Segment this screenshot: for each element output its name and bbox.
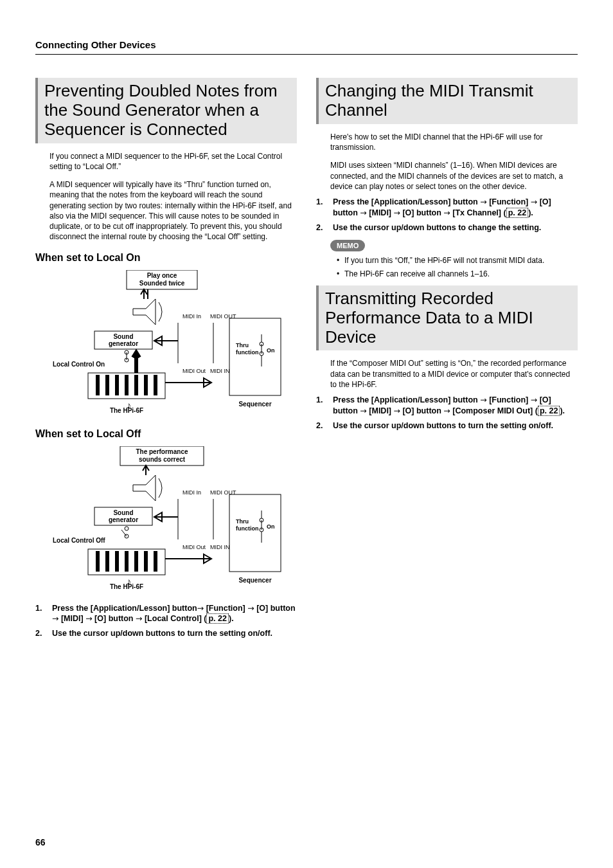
svg-text:On: On — [267, 347, 275, 354]
svg-text:Thru: Thru — [236, 518, 249, 525]
heading-composer-midi-out: Transmitting Recorded Performance Data t… — [316, 285, 578, 351]
step-text: Use the cursor up/down buttons to turn t… — [52, 628, 297, 639]
svg-text:Sound: Sound — [113, 509, 133, 516]
svg-text:MIDI Out: MIDI Out — [182, 368, 206, 374]
svg-text:Sequencer: Sequencer — [238, 577, 271, 584]
steps-local-control: 1. Press the [Application/Lesson] button… — [35, 603, 297, 640]
page-ref[interactable]: p. 22 — [506, 208, 529, 218]
step-number: 1. — [35, 603, 46, 625]
heading-local-off: When set to Local Off — [35, 427, 297, 441]
svg-text:♪: ♪ — [127, 576, 131, 586]
right-column: Changing the MIDI Transmit Channel Here'… — [316, 78, 578, 644]
svg-text:MIDI In: MIDI In — [182, 489, 201, 496]
paragraph: If the “Composer MIDI Out” setting is “O… — [330, 358, 578, 390]
svg-text:generator: generator — [109, 340, 138, 347]
svg-text:generator: generator — [109, 516, 138, 523]
memo-item: If you turn this “Off,” the HPi-6F will … — [337, 255, 578, 266]
svg-point-38 — [125, 527, 129, 530]
step-number: 2. — [316, 420, 326, 431]
memo-badge: MEMO — [330, 240, 365, 252]
svg-text:MIDI In: MIDI In — [182, 313, 201, 320]
paragraph: MIDI uses sixteen “MIDI channels” (1–16)… — [330, 160, 578, 192]
page-number: 66 — [35, 836, 46, 849]
page-ref[interactable]: p. 22 — [206, 613, 229, 624]
svg-text:On: On — [267, 523, 275, 530]
step-number: 2. — [35, 628, 46, 639]
svg-text:function: function — [236, 349, 259, 356]
svg-rect-57 — [229, 494, 281, 572]
step-text: Use the cursor up/down buttons to turn t… — [333, 420, 578, 431]
heading-local-on: When set to Local On — [35, 251, 297, 265]
step-number: 2. — [316, 222, 326, 233]
left-column: Preventing Doubled Notes from the Sound … — [35, 78, 297, 644]
running-head: Connecting Other Devices — [35, 39, 578, 55]
step-text: Press the [Application/Lesson] button → … — [333, 395, 578, 417]
step-text: Press the [Application/Lesson] button→ [… — [52, 603, 297, 625]
paragraph: Here's how to set the MIDI channel that … — [330, 132, 578, 152]
diagram-local-on: Play once Sounded twice Sound generator — [49, 270, 287, 418]
svg-text:Thru: Thru — [236, 342, 249, 348]
step-number: 1. — [316, 395, 326, 417]
step-text: Use the cursor up/down buttons to change… — [333, 222, 578, 233]
paragraph: If you connect a MIDI sequencer to the H… — [49, 151, 297, 172]
local-control-label: Local Control On — [53, 361, 105, 368]
caption-seq: Sequencer — [238, 401, 271, 408]
heading-midi-transmit: Changing the MIDI Transmit Channel — [316, 78, 578, 124]
step-number: 1. — [316, 197, 326, 219]
svg-text:MIDI IN: MIDI IN — [210, 544, 230, 550]
steps-tx-channel: 1. Press the [Application/Lesson] button… — [316, 197, 578, 233]
svg-text:The performance: The performance — [136, 448, 188, 455]
svg-text:MIDI Out: MIDI Out — [182, 544, 206, 550]
note-line-1: Play once — [147, 272, 177, 279]
svg-text:♪: ♪ — [127, 400, 131, 410]
steps-composer-midi-out: 1. Press the [Application/Lesson] button… — [316, 395, 578, 431]
paragraph: A MIDI sequencer will typically have its… — [49, 179, 297, 242]
svg-text:function: function — [236, 525, 259, 532]
svg-text:Sound: Sound — [113, 333, 133, 340]
svg-text:MIDI IN: MIDI IN — [210, 368, 230, 374]
page-ref[interactable]: p. 22 — [538, 406, 560, 416]
svg-text:sounds correct: sounds correct — [139, 456, 186, 463]
memo-list: If you turn this “Off,” the HPi-6F will … — [337, 255, 578, 278]
diagram-local-off: The performance sounds correct Sound gen… — [49, 446, 287, 594]
memo-item: The HPi-6F can receive all channels 1–16… — [337, 269, 578, 279]
step-text: Press the [Application/Lesson] button → … — [333, 197, 578, 219]
note-line-2: Sounded twice — [139, 280, 185, 287]
svg-rect-22 — [229, 318, 281, 395]
heading-preventing-doubled: Preventing Doubled Notes from the Sound … — [35, 78, 297, 143]
svg-text:Local Control Off: Local Control Off — [53, 537, 105, 544]
svg-line-39 — [121, 530, 127, 536]
